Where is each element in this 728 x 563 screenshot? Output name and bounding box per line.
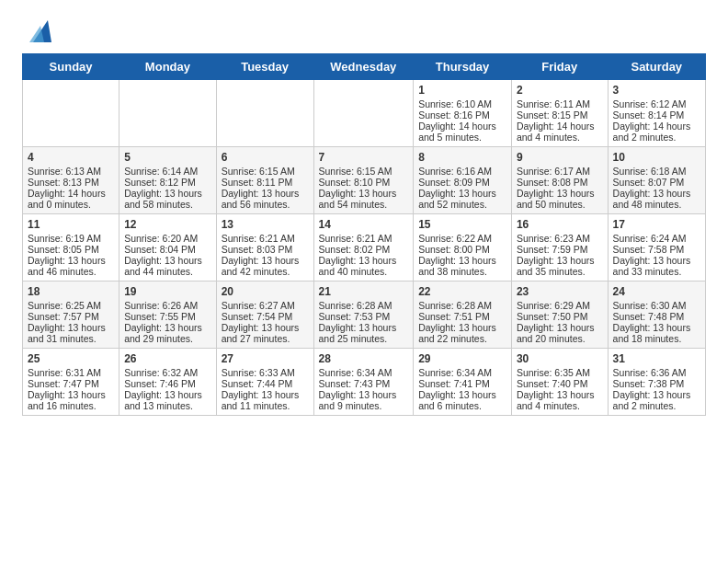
day-info: Sunset: 7:40 PM — [517, 378, 603, 389]
day-info: and 16 minutes. — [28, 400, 114, 411]
day-number: 25 — [28, 352, 114, 365]
day-info: Sunrise: 6:11 AM — [517, 98, 603, 109]
day-info: Daylight: 13 hours — [613, 188, 700, 199]
day-info: Sunset: 7:41 PM — [418, 378, 506, 389]
day-info: Sunrise: 6:28 AM — [418, 300, 506, 311]
day-info: Daylight: 13 hours — [124, 389, 210, 400]
calendar-cell: 14Sunrise: 6:21 AMSunset: 8:02 PMDayligh… — [313, 214, 414, 282]
day-info: Sunrise: 6:18 AM — [613, 166, 700, 177]
logo-icon — [26, 17, 55, 46]
day-info: Daylight: 14 hours — [418, 121, 506, 132]
day-number: 31 — [613, 352, 700, 365]
day-number: 21 — [319, 285, 409, 298]
day-info: Sunset: 7:55 PM — [124, 311, 210, 322]
day-info: and 13 minutes. — [124, 400, 210, 411]
day-info: Daylight: 13 hours — [319, 188, 409, 199]
calendar-week-3: 11Sunrise: 6:19 AMSunset: 8:05 PMDayligh… — [23, 214, 706, 282]
day-info: Sunrise: 6:28 AM — [319, 300, 409, 311]
day-info: Sunset: 8:12 PM — [124, 177, 210, 188]
day-info: Daylight: 13 hours — [418, 389, 506, 400]
weekday-header-thursday: Thursday — [414, 54, 512, 80]
weekday-header-saturday: Saturday — [608, 54, 705, 80]
calendar-cell: 24Sunrise: 6:30 AMSunset: 7:48 PMDayligh… — [608, 282, 705, 349]
day-info: Sunrise: 6:27 AM — [222, 300, 309, 311]
day-info: Sunset: 7:46 PM — [124, 378, 210, 389]
day-info: and 6 minutes. — [418, 400, 506, 411]
calendar-cell: 7Sunrise: 6:15 AMSunset: 8:10 PMDaylight… — [313, 147, 414, 214]
day-number: 9 — [517, 151, 603, 164]
day-info: Sunrise: 6:22 AM — [418, 233, 506, 244]
day-info: Sunrise: 6:17 AM — [517, 166, 603, 177]
calendar-wrapper: SundayMondayTuesdayWednesdayThursdayFrid… — [0, 53, 728, 427]
day-info: Sunrise: 6:21 AM — [222, 233, 309, 244]
calendar-cell — [216, 80, 313, 147]
calendar-cell: 4Sunrise: 6:13 AMSunset: 8:13 PMDaylight… — [23, 147, 119, 214]
calendar-cell — [119, 80, 216, 147]
day-info: Sunset: 7:54 PM — [222, 311, 309, 322]
day-info: Sunset: 7:57 PM — [28, 311, 114, 322]
day-info: and 2 minutes. — [613, 132, 700, 143]
day-info: Sunset: 8:00 PM — [418, 244, 506, 255]
day-info: and 54 minutes. — [319, 199, 409, 210]
day-info: Sunset: 8:02 PM — [319, 244, 409, 255]
day-info: Daylight: 13 hours — [124, 188, 210, 199]
day-info: Daylight: 13 hours — [517, 322, 603, 333]
day-info: Sunrise: 6:15 AM — [319, 166, 409, 177]
day-info: Sunrise: 6:10 AM — [418, 98, 506, 109]
day-info: Daylight: 13 hours — [517, 188, 603, 199]
day-info: and 4 minutes. — [517, 400, 603, 411]
calendar-cell: 11Sunrise: 6:19 AMSunset: 8:05 PMDayligh… — [23, 214, 119, 282]
day-number: 28 — [319, 352, 409, 365]
day-info: Sunrise: 6:30 AM — [613, 300, 700, 311]
day-info: Sunrise: 6:29 AM — [517, 300, 603, 311]
calendar-cell: 16Sunrise: 6:23 AMSunset: 7:59 PMDayligh… — [511, 214, 608, 282]
day-info: Sunset: 8:07 PM — [613, 177, 700, 188]
day-info: Sunrise: 6:20 AM — [124, 233, 210, 244]
day-info: Daylight: 14 hours — [517, 121, 603, 132]
day-info: Sunset: 8:10 PM — [319, 177, 409, 188]
day-info: and 50 minutes. — [517, 199, 603, 210]
day-number: 12 — [124, 218, 210, 231]
day-info: Sunset: 7:43 PM — [319, 378, 409, 389]
day-number: 20 — [222, 285, 309, 298]
day-info: Daylight: 13 hours — [517, 389, 603, 400]
day-info: Sunrise: 6:31 AM — [28, 367, 114, 378]
day-info: and 40 minutes. — [319, 266, 409, 277]
day-number: 19 — [124, 285, 210, 298]
day-info: Daylight: 14 hours — [28, 188, 114, 199]
day-info: and 31 minutes. — [28, 333, 114, 344]
calendar-cell — [23, 80, 119, 147]
calendar-cell: 3Sunrise: 6:12 AMSunset: 8:14 PMDaylight… — [608, 80, 705, 147]
day-info: Daylight: 13 hours — [222, 322, 309, 333]
weekday-header-tuesday: Tuesday — [216, 54, 313, 80]
calendar-cell: 10Sunrise: 6:18 AMSunset: 8:07 PMDayligh… — [608, 147, 705, 214]
day-info: Sunrise: 6:25 AM — [28, 300, 114, 311]
day-info: Daylight: 13 hours — [319, 389, 409, 400]
day-info: and 46 minutes. — [28, 266, 114, 277]
day-info: Sunrise: 6:19 AM — [28, 233, 114, 244]
calendar-cell: 31Sunrise: 6:36 AMSunset: 7:38 PMDayligh… — [608, 349, 705, 416]
day-info: Sunset: 7:58 PM — [613, 244, 700, 255]
calendar-cell: 5Sunrise: 6:14 AMSunset: 8:12 PMDaylight… — [119, 147, 216, 214]
calendar-cell: 21Sunrise: 6:28 AMSunset: 7:53 PMDayligh… — [313, 282, 414, 349]
day-info: Sunrise: 6:16 AM — [418, 166, 506, 177]
day-info: Sunset: 7:44 PM — [222, 378, 309, 389]
day-info: Daylight: 13 hours — [418, 188, 506, 199]
day-info: and 22 minutes. — [418, 333, 506, 344]
day-number: 17 — [613, 218, 700, 231]
day-info: and 11 minutes. — [222, 400, 309, 411]
day-info: and 29 minutes. — [124, 333, 210, 344]
day-info: Daylight: 13 hours — [613, 255, 700, 266]
day-info: and 58 minutes. — [124, 199, 210, 210]
weekday-header-friday: Friday — [511, 54, 608, 80]
day-number: 2 — [517, 84, 603, 97]
day-number: 10 — [613, 151, 700, 164]
day-info: Daylight: 13 hours — [319, 322, 409, 333]
day-info: Sunrise: 6:24 AM — [613, 233, 700, 244]
day-info: and 27 minutes. — [222, 333, 309, 344]
day-info: Sunset: 8:14 PM — [613, 109, 700, 121]
page-header — [0, 0, 728, 53]
day-number: 26 — [124, 352, 210, 365]
day-info: and 38 minutes. — [418, 266, 506, 277]
day-info: and 56 minutes. — [222, 199, 309, 210]
